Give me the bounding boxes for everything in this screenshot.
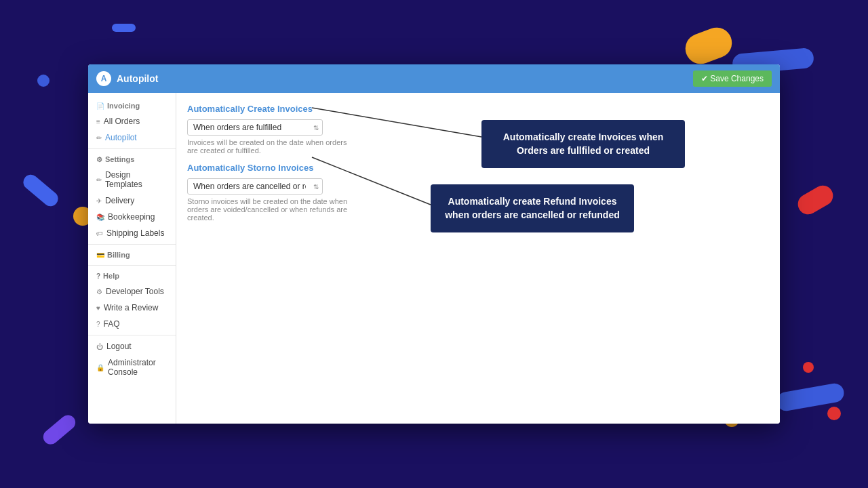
sidebar-item-all-orders[interactable]: ≡ All Orders <box>88 113 176 129</box>
shipping-icon: 🏷 <box>96 230 103 237</box>
dev-tools-icon: ⚙ <box>96 288 102 296</box>
admin-icon: 🔒 <box>96 364 104 371</box>
sidebar-item-admin-console[interactable]: 🔒 Administrator Console <box>88 354 176 380</box>
main-content: Automatically Create Invoices When order… <box>176 93 780 424</box>
header-left: A Autopilot <box>96 71 158 86</box>
sidebar-divider-4 <box>88 335 176 336</box>
storno-invoices-select-wrapper: When orders are cancelled or refunded <box>187 178 323 195</box>
sidebar-item-faq[interactable]: ? FAQ <box>88 316 176 332</box>
header-bar: A Autopilot ✔ Save Changes <box>88 64 780 93</box>
sidebar-settings-section: ⚙ Settings <box>88 152 176 167</box>
sidebar-divider-1 <box>88 148 176 149</box>
app-window: A Autopilot ✔ Save Changes 📄 Invoicing ≡… <box>88 64 780 424</box>
bg-shape-blue-squig-top <box>112 24 136 32</box>
all-orders-icon: ≡ <box>96 118 100 125</box>
bookkeeping-icon: 📚 <box>96 214 104 221</box>
save-changes-button[interactable]: ✔ Save Changes <box>693 70 772 87</box>
bg-shape-red <box>794 182 837 218</box>
app-body: 📄 Invoicing ≡ All Orders ✏ Autopilot ⚙ S… <box>88 93 780 424</box>
design-templates-icon: ✏ <box>96 176 102 184</box>
sidebar-item-logout[interactable]: ⏻ Logout <box>88 338 176 354</box>
bg-shape-orange <box>681 23 736 68</box>
invoicing-icon: 📄 <box>96 102 104 110</box>
billing-icon: 💳 <box>96 251 104 259</box>
delivery-icon: ✈ <box>96 197 102 205</box>
logout-icon: ⏻ <box>96 343 103 350</box>
create-invoices-select[interactable]: When orders are fulfilled <box>187 119 323 136</box>
tooltip-box-2: Automatically create Refund Invoices whe… <box>431 184 634 232</box>
create-invoices-description: Invoices will be created on the date whe… <box>187 138 350 155</box>
sidebar-item-write-review[interactable]: ♥ Write a Review <box>88 300 176 316</box>
settings-icon: ⚙ <box>96 156 102 163</box>
sidebar-help-section: ? Help <box>88 268 176 283</box>
sidebar-item-developer-tools[interactable]: ⚙ Developer Tools <box>88 283 176 300</box>
bg-shape-purple-blob <box>40 412 78 447</box>
review-icon: ♥ <box>96 304 100 312</box>
sidebar-divider-2 <box>88 244 176 245</box>
bg-shape-pink-circle <box>827 407 841 420</box>
autopilot-logo-icon: A <box>96 71 111 86</box>
sidebar-item-delivery[interactable]: ✈ Delivery <box>88 192 176 209</box>
bg-shape-blue-dot-tl <box>37 75 50 87</box>
bg-shape-blue-sm-left <box>20 171 61 209</box>
tooltip-box-1: Automatically create Invoices when Order… <box>481 120 685 168</box>
sidebar-item-shipping-labels[interactable]: 🏷 Shipping Labels <box>88 225 176 241</box>
sidebar-item-autopilot[interactable]: ✏ Autopilot <box>88 129 176 146</box>
help-icon: ? <box>96 272 100 280</box>
sidebar-divider-3 <box>88 265 176 266</box>
sidebar-invoicing-section: 📄 Invoicing <box>88 98 176 113</box>
sidebar-item-bookkeeping[interactable]: 📚 Bookkeeping <box>88 209 176 225</box>
storno-invoices-description: Storno invoices will be created on the d… <box>187 197 350 222</box>
sidebar: 📄 Invoicing ≡ All Orders ✏ Autopilot ⚙ S… <box>88 93 176 424</box>
create-invoices-select-wrapper: When orders are fulfilled <box>187 119 323 136</box>
sidebar-item-design-templates[interactable]: ✏ Design Templates <box>88 167 176 192</box>
create-invoices-title: Automatically Create Invoices <box>187 104 769 114</box>
sidebar-billing-section: 💳 Billing <box>88 247 176 262</box>
app-title: Autopilot <box>117 73 158 84</box>
bg-shape-pink-circle2 <box>803 362 814 373</box>
faq-icon: ? <box>96 321 100 328</box>
storno-invoices-select[interactable]: When orders are cancelled or refunded <box>187 178 323 195</box>
autopilot-icon: ✏ <box>96 134 102 142</box>
